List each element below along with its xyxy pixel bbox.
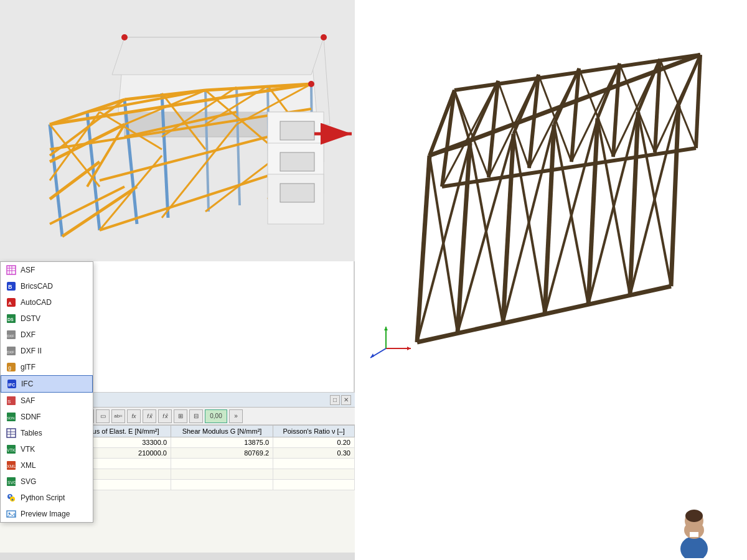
svg-text:DXF: DXF xyxy=(7,334,14,338)
dropdown-item-preview[interactable]: Preview Image xyxy=(1,506,93,522)
svg-rect-77 xyxy=(7,429,16,437)
close-button[interactable]: ✕ xyxy=(341,395,351,405)
svg-text:B: B xyxy=(8,284,12,290)
dxf2-icon: DXF xyxy=(6,345,17,357)
svg-text:DS: DS xyxy=(7,317,14,322)
dropdown-item-gltf[interactable]: g glTF xyxy=(1,359,93,375)
toolbar-btn-rect[interactable]: ▭ xyxy=(96,409,110,423)
dropdown-item-ifc[interactable]: IFC IFC xyxy=(1,375,93,393)
col-header-poisson: Poisson's Ratio ν [–] xyxy=(273,426,355,437)
dropdown-item-xml[interactable]: XML XML xyxy=(1,457,93,474)
dropdown-item-dxf[interactable]: DXF DXF xyxy=(1,327,93,343)
svg-point-45 xyxy=(121,34,128,40)
export-dropdown-menu: ASF B BricsCAD A AutoCAD DS D xyxy=(0,261,93,523)
left-panel: ASF B BricsCAD A AutoCAD DS D xyxy=(0,0,355,560)
python-icon xyxy=(6,492,17,503)
cell-poisson-0: 0.20 xyxy=(273,437,355,448)
dropdown-item-svg[interactable]: SVG SVG xyxy=(1,474,93,490)
toolbar-btn-grid[interactable]: ⊞ xyxy=(174,409,187,423)
avatar-container xyxy=(672,508,716,560)
value-display: 0,00 xyxy=(205,409,227,423)
vtk-icon: VTK xyxy=(6,444,17,455)
dropdown-item-autocad[interactable]: A AutoCAD xyxy=(1,294,93,310)
svg-text:SDN: SDN xyxy=(7,416,15,420)
col-header-shear: Shear Modulus G [N/mm²] xyxy=(171,426,273,437)
right-panel xyxy=(355,0,747,560)
svg-text:SVG: SVG xyxy=(7,480,16,485)
svg-point-156 xyxy=(685,510,703,522)
svg-icon: SVG xyxy=(6,476,17,487)
svg-text:DXF: DXF xyxy=(7,350,14,354)
toolbar-btn-fx3[interactable]: fx̂ xyxy=(158,409,172,423)
autocad-icon: A xyxy=(6,297,17,308)
svg-text:A: A xyxy=(8,301,12,306)
dropdown-item-saf[interactable]: S SAF xyxy=(1,393,93,409)
dropdown-item-bricscad[interactable]: B BricsCAD xyxy=(1,278,93,294)
toolbar-btn-more[interactable]: » xyxy=(229,409,243,423)
cell-poisson-1: 0.30 xyxy=(273,448,355,459)
panel-title-buttons: □ ✕ xyxy=(330,395,351,405)
model-right xyxy=(355,0,747,386)
model-left xyxy=(0,0,355,261)
toolbar-btn-fx[interactable]: fx xyxy=(127,409,141,423)
svg-point-89 xyxy=(9,495,11,497)
svg-text:S: S xyxy=(7,399,11,404)
dropdown-item-asf[interactable]: ASF xyxy=(1,262,93,278)
tables-icon xyxy=(6,427,17,439)
main-container: ASF B BricsCAD A AutoCAD DS D xyxy=(0,0,747,560)
dropdown-item-tables[interactable]: Tables xyxy=(1,425,93,441)
dropdown-item-python[interactable]: Python Script xyxy=(1,490,93,506)
gltf-icon: g xyxy=(6,362,17,373)
svg-rect-52 xyxy=(280,152,314,171)
svg-point-90 xyxy=(12,499,14,501)
direction-arrow xyxy=(311,121,361,148)
dropdown-item-vtk[interactable]: VTK VTK xyxy=(1,441,93,457)
toolbar-btn-ab[interactable]: ab= xyxy=(111,409,125,423)
ifc-icon: IFC xyxy=(6,378,17,390)
dropdown-item-dstv[interactable]: DS DSTV xyxy=(1,310,93,327)
sdnf-icon: SDN xyxy=(6,411,17,422)
dxf-icon: DXF xyxy=(6,329,17,340)
svg-point-46 xyxy=(321,34,327,40)
svg-text:g: g xyxy=(8,365,11,371)
preview-icon xyxy=(6,508,17,520)
restore-button[interactable]: □ xyxy=(330,395,340,405)
xml-icon: XML xyxy=(6,460,17,471)
toolbar-btn-fx2[interactable]: fx̃ xyxy=(143,409,156,423)
dstv-icon: DS xyxy=(6,313,17,324)
svg-rect-157 xyxy=(690,532,698,537)
svg-rect-51 xyxy=(280,121,314,140)
svg-point-154 xyxy=(680,536,708,558)
cell-shear-0: 13875.0 xyxy=(171,437,273,448)
cell-shear-1: 80769.2 xyxy=(171,448,273,459)
saf-icon: S xyxy=(6,395,17,406)
svg-text:XML: XML xyxy=(7,464,16,469)
svg-text:VTK: VTK xyxy=(7,448,16,452)
svg-text:IFC: IFC xyxy=(8,383,15,387)
bricscad-icon: B xyxy=(6,281,17,292)
svg-marker-6 xyxy=(112,37,324,75)
toolbar-btn-table[interactable]: ⊟ xyxy=(189,409,203,423)
svg-rect-53 xyxy=(280,184,314,202)
dropdown-item-sdnf[interactable]: SDN SDNF xyxy=(1,409,93,425)
svg-point-47 xyxy=(308,81,314,87)
dropdown-item-dxf2[interactable]: DXF DXF II xyxy=(1,343,93,359)
svg-rect-54 xyxy=(7,266,16,274)
horizontal-scrollbar[interactable] xyxy=(0,553,355,560)
asf-icon xyxy=(6,264,17,276)
